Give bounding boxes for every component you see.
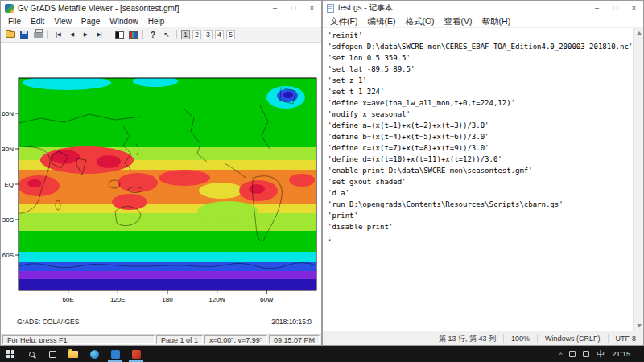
notepad-statusbar: 第 13 行, 第 43 列 100% Windows (CRLF) UTF-8 <box>323 331 643 345</box>
toolbar-separator <box>47 30 48 39</box>
grads-plot-canvas: 60N 30N EQ 30S 60S 60E 120E 180 120W <box>2 76 320 311</box>
script-line: 'modify x seasonal' <box>328 109 632 120</box>
notepad-text-area[interactable]: 'reinit' 'sdfopen D:\data\SWCRE-mon\CERE… <box>323 28 643 331</box>
script-line: 'set t 1 224' <box>328 86 632 97</box>
notepad-menu-help[interactable]: 帮助(H) <box>477 15 516 28</box>
notepad-maximize-button[interactable]: □ <box>606 1 625 15</box>
script-line: 'define c=(x(t=7)+x(t=8)+x(t=9))/3.0' <box>328 142 632 154</box>
encoding-indicator: UTF-8 <box>608 334 644 343</box>
script-line: 'print' <box>328 210 632 221</box>
task-view-button[interactable] <box>42 346 63 362</box>
grads-menubar: File Edit View Page Window Help <box>1 15 321 27</box>
grads-menu-help[interactable]: Help <box>143 16 170 27</box>
grads-menu-edit[interactable]: Edit <box>26 16 49 27</box>
windows-logo-icon <box>6 350 14 358</box>
grads-menu-window[interactable]: Window <box>105 16 143 27</box>
notepad-menu-file[interactable]: 文件(F) <box>325 15 362 28</box>
toolbar-separator <box>176 30 177 39</box>
grads-timestamp-text: 2018:10:15:0 <box>271 318 312 326</box>
script-line: 'set z 1' <box>328 75 632 86</box>
page-button-5[interactable]: 5 <box>226 30 235 39</box>
help-button[interactable]: ? <box>147 28 159 41</box>
lon-label: 180 <box>162 296 173 303</box>
next-page-button[interactable]: ▶ <box>79 28 92 41</box>
page-button-4[interactable]: 4 <box>215 30 224 39</box>
lat-label: 30N <box>2 146 14 153</box>
lat-label: 60N <box>2 110 14 117</box>
page-button-1[interactable]: 1 <box>181 30 190 39</box>
tray-icon-network[interactable] <box>569 351 576 357</box>
grads-close-button[interactable]: × <box>303 1 321 15</box>
script-line: 'reinit' <box>328 30 632 41</box>
script-line: 'define x=ave(toa_lw_all_mon,t+0,t=224,1… <box>328 97 632 109</box>
grads-plot-area: 60N 30N EQ 30S 60S 60E 120E 180 120W <box>1 43 321 334</box>
script-line: 'set lat -89.5 89.5' <box>328 64 632 75</box>
last-page-button[interactable]: ▶| <box>93 28 105 41</box>
start-button[interactable] <box>0 346 21 362</box>
notepad-titlebar[interactable]: test.gs - 记事本 – □ × <box>323 1 643 15</box>
toolbar-separator <box>142 30 143 39</box>
lat-axis: 60N 30N EQ 30S 60S <box>2 110 19 259</box>
script-line: 'sdfopen D:\data\SWCRE-mon\CERES_EBAF-TO… <box>328 41 632 52</box>
notepad-app-icon <box>327 4 334 13</box>
taskbar-app-file-explorer[interactable] <box>63 346 84 362</box>
olr-shaded-field <box>18 76 316 290</box>
grads-minimize-button[interactable]: – <box>266 1 284 15</box>
notepad-menu-view[interactable]: 查看(V) <box>440 15 477 28</box>
status-clock: 09:15:07 PM <box>269 335 320 344</box>
tray-icon-volume[interactable] <box>583 351 589 357</box>
notepad-minimize-button[interactable]: – <box>588 1 606 15</box>
grads-credit-text: GrADS: COLA/IGES <box>17 318 79 326</box>
notepad-close-button[interactable]: × <box>625 1 643 15</box>
taskbar-app-grads[interactable] <box>126 346 147 362</box>
notepad-menu-format[interactable]: 格式(O) <box>400 15 439 28</box>
notepad-menu-edit[interactable]: 编辑(E) <box>362 15 400 28</box>
taskbar-app-notepad[interactable] <box>105 346 126 362</box>
prev-page-button[interactable]: ◀ <box>65 28 78 41</box>
script-line: 'define d=(x(t=10)+x(t=11)+x(t=12))/3.0' <box>328 154 632 165</box>
lon-axis: 60E 120E 180 120W 60W <box>63 290 274 303</box>
script-line: 'define b=(x(t=4)+x(t=5)+x(t=6))/3.0' <box>328 131 632 142</box>
print-button[interactable] <box>31 28 44 41</box>
task-view-icon <box>49 351 56 358</box>
color-display-button[interactable] <box>126 28 139 41</box>
color-palette-icon <box>129 31 138 39</box>
status-help-text: For Help, press F1 <box>2 335 155 344</box>
vertical-scrollbar[interactable] <box>633 28 643 331</box>
desktop: Gv GrADS Metafile Viewer - [seasontest.g… <box>0 0 644 362</box>
open-folder-icon <box>6 31 15 38</box>
grads-app-icon <box>5 4 14 13</box>
script-line: ; <box>328 232 632 244</box>
script-line: 'disable print' <box>328 221 632 232</box>
script-line: 'enable print D:\data\SWCRE-mon\seasonte… <box>328 165 632 176</box>
language-indicator[interactable]: 中 <box>597 348 605 360</box>
notepad-window: test.gs - 记事本 – □ × 文件(F) 编辑(E) 格式(O) 查看… <box>322 0 644 346</box>
grads-menu-view[interactable]: View <box>49 16 76 27</box>
bw-display-button[interactable] <box>113 28 126 41</box>
grads-menu-file[interactable]: File <box>3 16 26 27</box>
tray-expand-button[interactable]: ^ <box>559 351 563 358</box>
taskbar-clock[interactable]: 21:15 <box>612 350 630 358</box>
page-button-3[interactable]: 3 <box>204 30 213 39</box>
status-cursor-coords: x=0.00", y=7.99" <box>204 335 267 344</box>
cursor-position-indicator: 第 13 行, 第 43 列 <box>431 334 503 343</box>
grads-maximize-button[interactable]: □ <box>284 1 303 15</box>
script-line: 'define a=(x(t=1)+x(t=2)+x(t=3))/3.0' <box>328 120 632 131</box>
lon-label: 120E <box>110 296 126 303</box>
taskbar-search-button[interactable] <box>21 346 42 362</box>
open-button[interactable] <box>4 28 17 41</box>
context-help-button[interactable]: ↖ <box>160 28 173 41</box>
black-white-icon <box>115 31 124 39</box>
file-explorer-icon <box>68 351 78 358</box>
taskbar-app-browser[interactable] <box>84 346 105 362</box>
printer-icon <box>34 32 43 38</box>
grads-menu-page[interactable]: Page <box>76 16 105 27</box>
page-button-2[interactable]: 2 <box>192 30 201 39</box>
first-page-button[interactable]: |◀ <box>52 28 64 41</box>
edge-browser-icon <box>90 350 99 359</box>
grads-titlebar[interactable]: Gv GrADS Metafile Viewer - [seasontest.g… <box>1 1 321 15</box>
system-tray: ^ 中 21:15 <box>559 348 644 360</box>
save-button[interactable] <box>18 28 31 41</box>
lat-label: 60S <box>2 252 14 259</box>
taskbar: ^ 中 21:15 <box>0 346 644 362</box>
